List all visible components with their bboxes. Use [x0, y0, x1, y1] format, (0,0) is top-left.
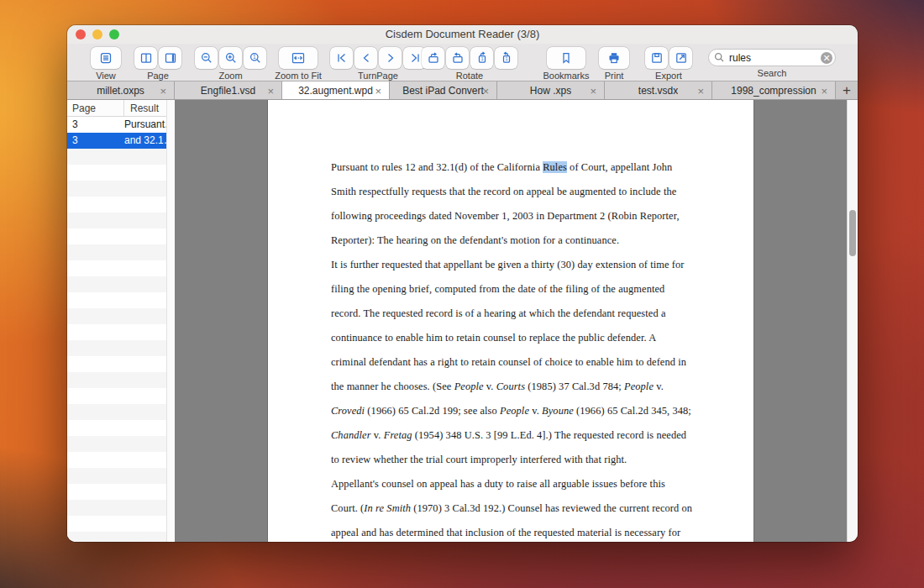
tab-close-icon[interactable]: ×: [375, 85, 381, 96]
empty-row: [67, 500, 166, 516]
tab-millet.oxps[interactable]: millet.oxps×: [67, 81, 175, 99]
toolbar-group-rotate: 1 1 Rotate: [422, 47, 517, 81]
tab-close-icon[interactable]: ×: [482, 85, 489, 96]
toolbar-label-zoom-to-fit: Zoom to Fit: [272, 71, 324, 81]
tab-label: Engfile1.vsd: [201, 85, 255, 97]
share-export-button[interactable]: [669, 47, 692, 69]
document-text: Pursuant to rules 12 and 32.1(d) of the …: [331, 155, 693, 542]
zoom-window-button[interactable]: [109, 29, 119, 39]
rotate-page-right-button[interactable]: 1: [495, 47, 517, 69]
result-page-cell: 3: [67, 133, 124, 149]
clear-search-icon[interactable]: ✕: [821, 52, 832, 64]
sidebar-scrollbar-track[interactable]: [166, 100, 175, 542]
empty-row: [67, 356, 166, 372]
result-text-cell: Pursuant…: [124, 117, 166, 133]
rotate-page-left-button[interactable]: 1: [470, 47, 493, 69]
share-export-icon: [675, 51, 688, 65]
tab-test.vsdx[interactable]: test.vsdx×: [605, 81, 712, 99]
toolbar-group-zoom-to-fit: Zoom to Fit: [272, 47, 324, 81]
empty-row: [67, 388, 166, 404]
document-scrollbar-thumb[interactable]: [849, 210, 856, 256]
toolbar-label-bookmarks: Bookmarks: [538, 71, 594, 81]
toolbar-label-rotate: Rotate: [422, 71, 517, 81]
new-tab-button[interactable]: +: [836, 81, 858, 99]
tab-1998_compression[interactable]: 1998_compression×: [712, 81, 836, 99]
first-page-icon: [335, 51, 349, 65]
rotate-left-button[interactable]: [422, 47, 444, 69]
save-button[interactable]: [645, 47, 668, 69]
toolbar-group-bookmarks: Bookmarks: [538, 47, 594, 81]
two-page-view-button[interactable]: [134, 47, 157, 69]
empty-row: [67, 276, 166, 292]
single-page-view-button[interactable]: [159, 47, 181, 69]
printer-icon: [607, 51, 621, 65]
toolbar: View Page: [67, 44, 858, 81]
tab-Best iPad Convert[interactable]: Best iPad Convert×: [390, 81, 497, 99]
svg-text:1: 1: [252, 54, 255, 60]
zoom-to-fit-icon: [291, 51, 306, 65]
tab-label: How .xps: [530, 85, 571, 97]
toolbar-group-print: Print: [599, 47, 629, 81]
empty-row: [67, 404, 166, 420]
tab-close-icon[interactable]: ×: [590, 85, 596, 96]
zoom-actual-size-button[interactable]: 1: [244, 47, 266, 69]
first-page-button[interactable]: [330, 47, 353, 69]
search-hit-highlight: Rules: [543, 161, 567, 173]
tab-label: 32.augment.wpd: [298, 85, 373, 97]
toolbar-label-page: Page: [133, 71, 183, 81]
tab-32.augment.wpd[interactable]: 32.augment.wpd×: [282, 81, 390, 99]
zoom-out-icon: [200, 51, 213, 65]
result-page-cell: 3: [67, 117, 124, 133]
tab-Engfile1.vsd[interactable]: Engfile1.vsd×: [175, 81, 282, 99]
result-text-cell: and 32.1…: [124, 133, 166, 149]
toolbar-group-page: Page: [133, 47, 183, 81]
next-page-button[interactable]: [379, 47, 402, 69]
tab-close-icon[interactable]: ×: [160, 85, 166, 96]
svg-text:1: 1: [505, 56, 507, 61]
print-button[interactable]: [599, 47, 629, 69]
tab-close-icon[interactable]: ×: [267, 85, 274, 96]
single-page-icon: [164, 51, 177, 65]
search-result-row[interactable]: 3Pursuant…: [67, 117, 166, 133]
paragraph: Appellant's counsel on appeal has a duty…: [331, 472, 693, 542]
close-window-button[interactable]: [76, 29, 86, 39]
tab-How .xps[interactable]: How .xps×: [497, 81, 605, 99]
toolbar-group-export: Export: [643, 47, 694, 81]
tab-label: test.vsdx: [638, 85, 678, 97]
previous-page-button[interactable]: [354, 47, 377, 69]
column-header-result[interactable]: Result: [124, 100, 166, 116]
tab-close-icon[interactable]: ×: [697, 85, 704, 96]
empty-row: [67, 292, 166, 308]
zoom-in-button[interactable]: [219, 47, 242, 69]
empty-row: [67, 468, 166, 484]
zoom-out-button[interactable]: [195, 47, 218, 69]
toolbar-label-view: View: [74, 71, 138, 81]
previous-page-icon: [360, 51, 373, 65]
empty-row: [67, 324, 166, 340]
document-scrollbar-track[interactable]: [847, 100, 858, 542]
column-header-page[interactable]: Page: [67, 100, 124, 116]
view-button[interactable]: [91, 47, 121, 69]
title-bar: Cisdem Document Reader (3/8): [67, 25, 858, 44]
zoom-to-fit-button[interactable]: [279, 47, 318, 69]
content-area: Page Result 3Pursuant…3and 32.1… Pursuan…: [67, 100, 858, 542]
tab-label: Best iPad Convert: [402, 85, 484, 97]
empty-row: [67, 213, 166, 228]
toolbar-group-view: View: [74, 47, 138, 81]
minimize-window-button[interactable]: [92, 29, 102, 39]
rotate-left-icon: [427, 51, 440, 65]
empty-row: [67, 420, 166, 436]
bookmarks-button[interactable]: [547, 47, 585, 69]
tab-close-icon[interactable]: ×: [821, 85, 827, 96]
search-result-row[interactable]: 3and 32.1…: [67, 133, 166, 149]
save-icon: [650, 51, 664, 65]
search-input[interactable]: [708, 49, 836, 66]
tab-strip: millet.oxps×Engfile1.vsd×32.augment.wpd×…: [67, 81, 858, 100]
rotate-right-button[interactable]: [446, 47, 469, 69]
empty-row: [67, 340, 166, 356]
empty-row: [67, 181, 166, 197]
rotate-right-icon: [451, 51, 465, 65]
tab-label: 1998_compression: [731, 85, 816, 97]
document-viewport: Pursuant to rules 12 and 32.1(d) of the …: [175, 100, 847, 542]
toolbar-group-turnpage: TurnPage: [330, 47, 426, 81]
